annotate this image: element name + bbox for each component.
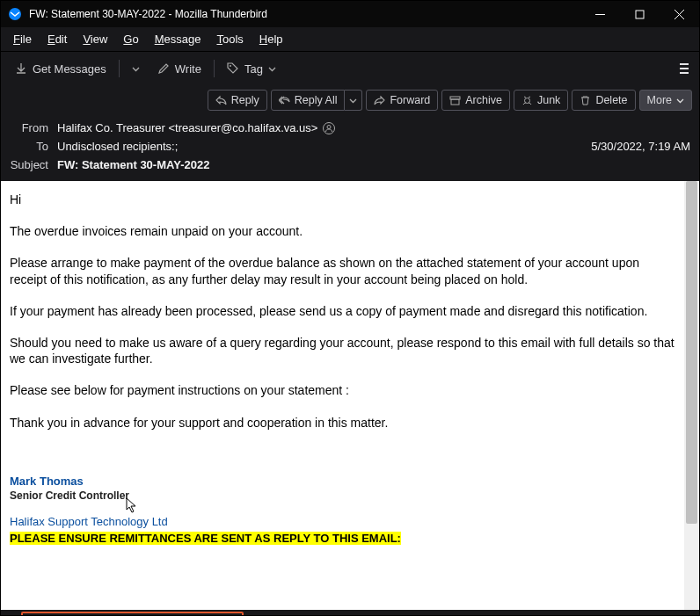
actionbar: Reply Reply All Forward Archive Junk Del… — [1, 85, 699, 115]
signature-title: Senior Credit Controller — [10, 489, 675, 504]
trash-icon — [580, 95, 591, 106]
write-label: Write — [175, 62, 201, 76]
more-label: More — [647, 94, 672, 106]
message-body[interactable]: Hi The overdue invoices remain unpaid on… — [1, 181, 684, 610]
body-p4: Should you need to make us aware of a qu… — [10, 335, 675, 366]
separator — [119, 60, 120, 77]
signature-name: Mark Thomas — [10, 475, 675, 489]
delete-button[interactable]: Delete — [572, 90, 635, 111]
maximize-button[interactable] — [620, 1, 660, 27]
titlebar: FW: Statement 30-MAY-2022 - Mozilla Thun… — [1, 1, 699, 27]
reply-button[interactable]: Reply — [208, 90, 267, 111]
menu-file[interactable]: File — [6, 30, 39, 48]
subject-value: FW: Statement 30-MAY-2022 — [57, 158, 209, 171]
body-p6: Thank you in advance for your support an… — [10, 415, 675, 431]
reply-label: Reply — [231, 94, 259, 106]
get-messages-button[interactable]: Get Messages — [8, 59, 113, 79]
app-menu-button[interactable] — [676, 58, 692, 79]
from-value[interactable]: Halifax Co. Treasurer <treasurer@co.hali… — [57, 121, 317, 134]
message-date: 5/30/2022, 7:19 AM — [591, 140, 690, 153]
signature-notice: PLEASE ENSURE REMITTANCES ARE SENT AS RE… — [10, 532, 401, 545]
tag-icon — [227, 62, 239, 75]
archive-label: Archive — [465, 94, 502, 106]
toolbar: Get Messages Write Tag — [1, 52, 699, 85]
menu-help[interactable]: Help — [252, 30, 290, 48]
reply-all-button[interactable]: Reply All — [271, 90, 346, 111]
svg-point-9 — [327, 125, 331, 128]
tag-label: Tag — [244, 62, 263, 76]
write-button[interactable]: Write — [150, 59, 208, 79]
delete-label: Delete — [595, 94, 627, 106]
attachment-item[interactable]: 1 attachment: 30-MAY-22.xll 550 KB — [21, 612, 244, 616]
archive-icon — [449, 95, 461, 106]
message-body-pane: Hi The overdue invoices remain unpaid on… — [1, 181, 699, 610]
to-label: To — [10, 140, 48, 153]
archive-button[interactable]: Archive — [441, 90, 510, 111]
svg-point-0 — [9, 8, 21, 20]
attachment-bar: 1 attachment: 30-MAY-22.xll 550 KB Save — [1, 610, 699, 616]
body-greeting: Hi — [10, 192, 675, 207]
menu-go[interactable]: Go — [116, 30, 145, 48]
reply-all-icon — [279, 95, 290, 106]
body-p5: Please see below for payment instruction… — [10, 382, 675, 398]
body-p2: Please arrange to make payment of the ov… — [10, 255, 675, 286]
to-value[interactable]: Undisclosed recipients:; — [57, 140, 178, 153]
from-label: From — [10, 121, 48, 134]
window-title: FW: Statement 30-MAY-2022 - Mozilla Thun… — [29, 8, 580, 20]
forward-button[interactable]: Forward — [366, 90, 438, 111]
get-messages-dropdown[interactable] — [125, 62, 147, 76]
get-messages-label: Get Messages — [33, 62, 106, 76]
more-button[interactable]: More — [639, 90, 692, 111]
body-p1: The overdue invoices remain unpaid on yo… — [10, 223, 675, 239]
body-p3: If your payment has already been process… — [10, 303, 675, 319]
scrollbar[interactable] — [684, 181, 699, 610]
svg-rect-2 — [636, 11, 644, 18]
download-icon — [15, 62, 27, 75]
thunderbird-icon — [8, 7, 22, 21]
svg-point-5 — [230, 65, 231, 67]
junk-button[interactable]: Junk — [514, 90, 568, 111]
menu-view[interactable]: View — [76, 30, 114, 48]
pencil-icon — [157, 62, 170, 75]
separator — [214, 60, 215, 77]
forward-label: Forward — [390, 94, 430, 106]
scrollbar-thumb[interactable] — [686, 181, 697, 524]
close-button[interactable] — [660, 1, 699, 27]
tag-button[interactable]: Tag — [220, 59, 283, 79]
reply-icon — [215, 95, 227, 106]
message-headers: From Halifax Co. Treasurer <treasurer@co… — [1, 115, 699, 181]
junk-icon — [521, 95, 533, 106]
menu-edit[interactable]: Edit — [40, 30, 74, 48]
reply-all-dropdown[interactable] — [345, 90, 362, 111]
subject-label: Subject — [10, 158, 48, 171]
chevron-down-icon — [676, 97, 684, 105]
menu-message[interactable]: Message — [148, 30, 208, 48]
forward-icon — [374, 95, 385, 106]
reply-all-label: Reply All — [295, 94, 338, 106]
svg-rect-7 — [451, 99, 459, 105]
minimize-button[interactable] — [580, 1, 620, 27]
contact-icon[interactable] — [323, 122, 335, 134]
menu-tools[interactable]: Tools — [209, 30, 250, 48]
signature-company: Halifax Support Technology Ltd — [10, 515, 675, 530]
junk-label: Junk — [537, 94, 560, 106]
chevron-down-icon — [268, 65, 276, 73]
menubar: File Edit View Go Message Tools Help — [1, 27, 699, 52]
